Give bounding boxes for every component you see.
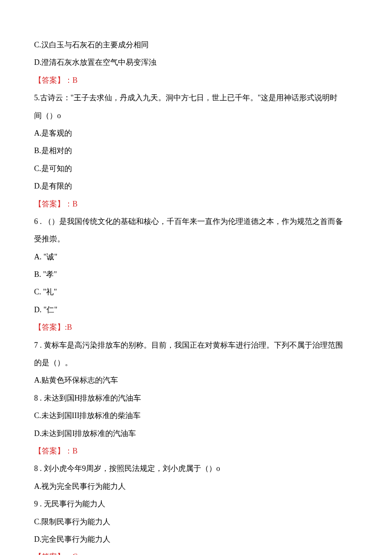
question-5-stem-line-1: 5.古诗云："王子去求仙，丹成入九天。洞中方七日，世上已千年。"这是用神话形式说…: [34, 89, 358, 107]
question-6-stem-line-1: 6 . （）是我国传统文化的基础和核心，千百年来一直作为伦理道德之本，作为规范之…: [34, 213, 358, 230]
question-7-stem-line-2: 的是（）。: [34, 354, 358, 372]
question-6-option-a: A. "诚": [34, 248, 358, 266]
question-8-option-b: 9 . 无民事行为能力人: [34, 495, 358, 513]
question-4-option-c: C.汉白玉与石灰石的主要成分相同: [34, 36, 358, 54]
question-5-option-a: A.是客观的: [34, 125, 358, 142]
question-8-stem: 8 . 刘小虎今年9周岁，按照民法规定，刘小虎属于（）o: [34, 460, 358, 477]
question-7-answer: 【答案】：B: [34, 442, 358, 460]
question-5-option-c: C.是可知的: [34, 160, 358, 177]
question-6-option-c: C. "礼": [34, 283, 358, 301]
question-8-answer: 【答案】：C: [34, 548, 358, 555]
question-7-option-a: A.贴黄色环保标志的汽车: [34, 372, 358, 389]
question-4-option-d: D.澄清石灰水放置在空气中易变浑浊: [34, 54, 358, 71]
question-6-stem-line-2: 受推崇。: [34, 230, 358, 248]
question-6-answer: 【答案】:B: [34, 319, 358, 336]
question-5-stem-line-2: 间（）o: [34, 107, 358, 125]
question-4-answer: 【答案】：B: [34, 72, 358, 89]
question-6-option-b: B. "孝": [34, 266, 358, 283]
question-8-option-d: D.完全民事行为能力人: [34, 531, 358, 548]
question-5-answer: 【答案】：B: [34, 195, 358, 213]
question-8-option-c: C.限制民事行为能力人: [34, 513, 358, 531]
question-6-option-d: D. "仁": [34, 301, 358, 319]
question-7-option-c: C.未达到国III排放标准的柴油车: [34, 407, 358, 424]
question-8-option-a: A.视为完全民事行为能力人: [34, 478, 358, 495]
question-7-option-b: 8 . 未达到国H排放标准的汽油车: [34, 389, 358, 407]
question-7-option-d: D.未达到国I排放标准的汽油车: [34, 425, 358, 442]
question-7-stem-line-1: 7 . 黄标车是高污染排放车的别称。目前，我国正在对黄标车进行治理。下列不属于治…: [34, 337, 358, 354]
question-5-option-d: D.是有限的: [34, 177, 358, 195]
question-5-option-b: B.是相对的: [34, 142, 358, 160]
